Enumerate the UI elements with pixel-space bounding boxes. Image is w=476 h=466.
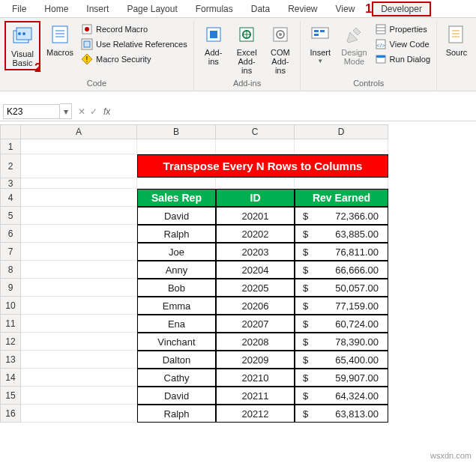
insert-control-icon: [308, 22, 332, 46]
cell-id[interactable]: 20205: [216, 279, 295, 297]
group-xml: Sourc: [437, 21, 476, 91]
svg-rect-24: [314, 30, 319, 32]
cell-id[interactable]: 20212: [216, 405, 295, 423]
cell-rev[interactable]: $66,666.00: [295, 261, 388, 279]
tab-page-layout[interactable]: Page Layout: [118, 1, 186, 16]
cell-rev[interactable]: $50,057.00: [295, 279, 388, 297]
design-mode-button[interactable]: Design Mode: [338, 21, 370, 67]
cancel-formula-icon[interactable]: ✕: [78, 106, 85, 117]
excel-addins-button[interactable]: Excel Add-ins: [232, 21, 262, 76]
cell-rev[interactable]: $59,907.00: [295, 369, 388, 387]
worksheet-grid[interactable]: A B C D 1 2 Transpose Every N Rows to Co…: [0, 124, 476, 423]
enter-formula-icon[interactable]: ✓: [90, 106, 97, 117]
cell-rep[interactable]: Vinchant: [137, 333, 216, 351]
excel-addins-label: Excel Add-ins: [235, 48, 259, 75]
tab-insert[interactable]: Insert: [77, 1, 118, 16]
row-header[interactable]: 7: [0, 243, 21, 261]
fx-icon[interactable]: fx: [103, 106, 110, 117]
name-box-dropdown[interactable]: ▾: [60, 103, 72, 119]
col-header-D[interactable]: D: [295, 124, 388, 139]
col-header-B[interactable]: B: [137, 124, 216, 139]
cell-rep[interactable]: David: [137, 387, 216, 405]
view-code-button[interactable]: </> View Code: [373, 37, 432, 51]
use-relative-references-button[interactable]: Use Relative References: [79, 37, 189, 51]
cell-rep[interactable]: Dalton: [137, 351, 216, 369]
cell-rep[interactable]: Ralph: [137, 225, 216, 243]
record-macro-button[interactable]: Record Macro: [79, 22, 189, 36]
source-label: Sourc: [446, 48, 468, 57]
tab-home[interactable]: Home: [35, 1, 77, 16]
cell-rev[interactable]: $78,390.00: [295, 333, 388, 351]
source-button[interactable]: Sourc: [442, 21, 472, 58]
cell-rev[interactable]: $77,159.00: [295, 297, 388, 315]
cell-rep[interactable]: Emma: [137, 297, 216, 315]
cell-rev[interactable]: $65,400.00: [295, 351, 388, 369]
row-header[interactable]: 8: [0, 261, 21, 279]
cell-id[interactable]: 20207: [216, 315, 295, 333]
row-header[interactable]: 13: [0, 351, 21, 369]
row-header[interactable]: 11: [0, 315, 21, 333]
table-header-rep[interactable]: Sales Rep: [137, 189, 216, 207]
com-addins-button[interactable]: COM Add-ins: [265, 21, 296, 76]
properties-button[interactable]: Properties: [373, 22, 432, 36]
row-header[interactable]: 14: [0, 369, 21, 387]
cell-id[interactable]: 20211: [216, 387, 295, 405]
cell-rep[interactable]: Anny: [137, 261, 216, 279]
cell-rev[interactable]: $63,885.00: [295, 225, 388, 243]
tab-view[interactable]: View: [327, 1, 364, 16]
cell-rev[interactable]: $72,366.00: [295, 207, 388, 225]
cell-id[interactable]: 20202: [216, 225, 295, 243]
cell-id[interactable]: 20206: [216, 297, 295, 315]
select-all-corner[interactable]: [0, 124, 21, 139]
row-header[interactable]: 16: [0, 405, 21, 423]
addins-button[interactable]: Add- ins: [199, 21, 229, 67]
tab-file[interactable]: File: [3, 1, 35, 16]
cell-rep[interactable]: Joe: [137, 243, 216, 261]
visual-basic-button[interactable]: Visual Basic: [7, 22, 37, 69]
row-header[interactable]: 15: [0, 387, 21, 405]
cell-id[interactable]: 20203: [216, 243, 295, 261]
cell-id[interactable]: 20201: [216, 207, 295, 225]
row-header[interactable]: 2: [0, 154, 21, 178]
col-header-C[interactable]: C: [216, 124, 295, 139]
table-row: 16Ralph20212$63,813.00: [0, 405, 476, 423]
row-header[interactable]: 1: [0, 139, 21, 154]
cell-rev[interactable]: $63,813.00: [295, 405, 388, 423]
cell-id[interactable]: 20208: [216, 333, 295, 351]
cell-id[interactable]: 20210: [216, 369, 295, 387]
cell-rev[interactable]: $76,811.00: [295, 243, 388, 261]
row-header[interactable]: 12: [0, 333, 21, 351]
run-dialog-button[interactable]: Run Dialog: [373, 52, 432, 66]
cell-id[interactable]: 20204: [216, 261, 295, 279]
formula-input[interactable]: [113, 105, 476, 118]
tab-review[interactable]: Review: [279, 1, 326, 16]
table-row: 7Joe20203$76,811.00: [0, 243, 476, 261]
col-header-A[interactable]: A: [21, 124, 137, 139]
cell-rep[interactable]: Cathy: [137, 369, 216, 387]
tab-formulas[interactable]: Formulas: [187, 1, 242, 16]
cell-rep[interactable]: Ralph: [137, 405, 216, 423]
row-header[interactable]: 9: [0, 279, 21, 297]
cell-rep[interactable]: Bob: [137, 279, 216, 297]
svg-rect-35: [376, 55, 385, 58]
macros-button[interactable]: Macros: [43, 21, 76, 58]
row-header[interactable]: 4: [0, 189, 21, 207]
tab-developer[interactable]: Developer: [373, 3, 430, 15]
row-header[interactable]: 10: [0, 297, 21, 315]
tab-data[interactable]: Data: [242, 1, 279, 16]
cell-id[interactable]: 20209: [216, 351, 295, 369]
row-header[interactable]: 6: [0, 225, 21, 243]
name-box[interactable]: [3, 104, 60, 119]
table-header-rev[interactable]: Rev Earned: [295, 189, 388, 207]
cell-rep[interactable]: David: [137, 207, 216, 225]
insert-control-button[interactable]: Insert ▼: [305, 21, 335, 67]
cell-rev[interactable]: $64,324.00: [295, 387, 388, 405]
row-header[interactable]: 3: [0, 178, 21, 189]
cell-rev[interactable]: $60,724.00: [295, 315, 388, 333]
row-header[interactable]: 5: [0, 207, 21, 225]
record-macro-label: Record Macro: [96, 25, 148, 34]
macro-security-button[interactable]: ! Macro Security: [79, 52, 189, 66]
table-header-id[interactable]: ID: [216, 189, 295, 207]
cell-rep[interactable]: Ena: [137, 315, 216, 333]
macro-security-icon: !: [81, 53, 93, 65]
